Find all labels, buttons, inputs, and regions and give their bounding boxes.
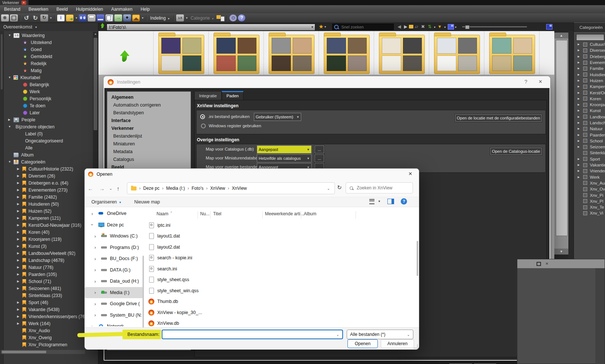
category-checkbox[interactable] bbox=[583, 127, 587, 131]
expander-icon[interactable]: ▶ bbox=[578, 103, 581, 106]
dialog-close-icon[interactable]: × bbox=[409, 170, 412, 178]
sidebar-item[interactable]: ★ Ongecategoriseerd bbox=[4, 137, 93, 144]
expander-icon[interactable]: ▶ bbox=[17, 216, 22, 220]
expander-icon[interactable]: ▼ bbox=[8, 76, 13, 79]
sidebar-item[interactable]: ★ Album bbox=[4, 151, 93, 158]
expander-icon[interactable]: ▶ bbox=[17, 223, 22, 227]
category-row[interactable]: ▶ Koren bbox=[574, 96, 605, 102]
view-grid-icon[interactable] bbox=[448, 24, 454, 30]
convert-icon[interactable] bbox=[105, 14, 113, 21]
expander-icon[interactable]: ▶ bbox=[578, 176, 581, 179]
menu-item[interactable]: Beeld bbox=[52, 5, 72, 13]
settings-gear-icon[interactable]: ⚙ bbox=[229, 14, 237, 21]
refresh-icon[interactable]: ↻ bbox=[40, 14, 48, 21]
category-row[interactable]: ▶ Cultuur/Historie bbox=[574, 41, 605, 47]
expander-icon[interactable]: ▶ bbox=[17, 280, 22, 283]
sidebar-item[interactable]: ▶ ★ Landschap (4678) bbox=[4, 257, 93, 264]
scrollbar-thumb[interactable] bbox=[556, 40, 568, 236]
sidebar-item[interactable]: ★ Alle bbox=[4, 144, 93, 151]
sidebar-item[interactable]: ▶ ★ Kroonjaren (119) bbox=[4, 236, 93, 243]
folder-thumbnail[interactable] bbox=[214, 35, 259, 74]
category-row[interactable]: ▶ Kamperen bbox=[574, 84, 605, 90]
category-row[interactable]: ▶ Kerst/Oud-Nieuwjaar bbox=[574, 90, 605, 95]
tree-row[interactable]: Windows (C:) bbox=[85, 230, 145, 242]
menu-item[interactable]: Bewerken bbox=[24, 5, 52, 13]
category-row[interactable]: ▶ School bbox=[574, 138, 605, 144]
go-up-icon[interactable] bbox=[100, 23, 105, 28]
thumbnail-cell[interactable] bbox=[264, 31, 319, 75]
expander-icon[interactable]: ▶ bbox=[17, 174, 22, 178]
file-row[interactable]: Thumb.db bbox=[145, 296, 417, 307]
sidebar-item[interactable]: ▼ ★ Bijzondere objecten bbox=[4, 123, 93, 130]
sidebar-item[interactable]: ▶ ★ Vakantie (5438) bbox=[4, 306, 93, 313]
capture-icon[interactable] bbox=[123, 14, 131, 21]
history-chevron-icon[interactable]: ⌄ bbox=[108, 186, 114, 191]
chevron-icon[interactable] bbox=[91, 211, 96, 216]
settings-nav-item[interactable]: Bestandenlijst bbox=[107, 132, 191, 140]
categories-panel-title[interactable]: Categorieën bbox=[574, 23, 605, 32]
sidebar-item[interactable]: ★ Werk bbox=[4, 88, 93, 95]
expander-icon[interactable]: ▶ bbox=[17, 322, 22, 325]
chevron-icon[interactable] bbox=[94, 312, 99, 318]
folder-thumbnail[interactable] bbox=[269, 35, 315, 74]
tree-row[interactable]: System_BU (N: bbox=[85, 310, 145, 321]
search-binoculars-icon[interactable] bbox=[79, 14, 87, 21]
preview-pane-icon[interactable] bbox=[387, 199, 394, 204]
view-mode-menu[interactable]: ▼ bbox=[369, 199, 381, 204]
address-bar[interactable]: I:\Foto's\ ▼ bbox=[107, 24, 315, 31]
sidebar-item[interactable]: ★ Sinterklaas (233) bbox=[4, 292, 93, 299]
breadcrumb-item[interactable]: ›Media (I:) bbox=[159, 186, 185, 191]
file-row[interactable]: search - kopie.ini bbox=[145, 253, 417, 264]
settings-nav-item[interactable]: Automatisch corrigeren bbox=[107, 101, 191, 109]
expander-icon[interactable]: ▶ bbox=[578, 115, 581, 118]
file-row[interactable]: XnView - kopie_30_... bbox=[145, 307, 417, 318]
category-row[interactable]: ▶ Driebergen e.o. bbox=[574, 54, 605, 60]
open-button[interactable]: Openen bbox=[347, 339, 378, 348]
category-checkbox[interactable] bbox=[583, 163, 587, 167]
sidebar-item[interactable]: ▶ ★ Landbouw/Veeteelt (92) bbox=[4, 250, 93, 257]
folder-thumbnail[interactable] bbox=[379, 35, 425, 74]
category-checkbox[interactable] bbox=[583, 61, 587, 65]
category-checkbox[interactable] bbox=[583, 97, 587, 101]
filename-input[interactable] bbox=[162, 331, 336, 337]
expander-icon[interactable]: ▶ bbox=[17, 273, 22, 276]
expander-icon[interactable]: ▶ bbox=[578, 61, 581, 64]
sidebar-item[interactable]: ★ Later bbox=[4, 109, 93, 116]
slideshow-icon[interactable] bbox=[97, 14, 104, 21]
category-checkbox[interactable] bbox=[583, 91, 587, 95]
help-icon[interactable]: ? bbox=[238, 14, 245, 21]
expander-icon[interactable]: ▶ bbox=[578, 164, 581, 166]
tab-close-icon[interactable]: × bbox=[21, 1, 26, 5]
tree-row[interactable]: Deze pc bbox=[85, 219, 145, 231]
category-checkbox[interactable] bbox=[583, 109, 587, 113]
col-artiest[interactable]: Meewerkende arti... bbox=[265, 211, 304, 216]
col-album[interactable]: Album bbox=[304, 211, 316, 216]
forward-icon[interactable]: ▶ bbox=[403, 23, 409, 31]
expander-icon[interactable]: ▶ bbox=[578, 67, 581, 70]
expander-icon[interactable]: ▼ bbox=[8, 125, 13, 128]
quick-search-box[interactable] bbox=[332, 24, 394, 30]
category-checkbox[interactable] bbox=[583, 151, 587, 155]
category-checkbox[interactable] bbox=[583, 181, 587, 185]
col-titel[interactable]: Titel bbox=[213, 211, 221, 216]
breadcrumb-item[interactable]: ›XnView bbox=[204, 186, 225, 191]
menu-item[interactable]: Bestand bbox=[0, 5, 24, 13]
categories-filter-box[interactable] bbox=[576, 34, 604, 41]
path-setting-combo[interactable]: Hetzelfde als catalogus▼ bbox=[257, 154, 312, 162]
expander-icon[interactable]: ▼ bbox=[8, 34, 13, 37]
category-row[interactable]: ▶ Werk bbox=[574, 174, 605, 180]
category-row[interactable]: ▶ Diversen bbox=[574, 47, 605, 53]
breadcrumb-item[interactable]: ›Foto's bbox=[185, 186, 204, 191]
category-checkbox[interactable] bbox=[583, 115, 587, 119]
expander-icon[interactable]: ▶ bbox=[578, 55, 581, 58]
delete-icon[interactable]: ✖ bbox=[420, 23, 426, 31]
tree-row[interactable]: OneDrive bbox=[85, 208, 145, 219]
tab-verkenner[interactable]: Verkenner × bbox=[0, 0, 28, 5]
sidebar-item[interactable]: ▶ ★ Huisdieren (50) bbox=[4, 200, 93, 208]
expander-icon[interactable]: ▶ bbox=[17, 315, 22, 318]
expander-icon[interactable]: ▶ bbox=[578, 79, 581, 82]
expander-icon[interactable]: ▶ bbox=[17, 195, 22, 199]
quick-search-input[interactable] bbox=[340, 24, 386, 30]
open-dialog-titlebar[interactable]: Openen bbox=[85, 169, 419, 180]
resize-grip[interactable] bbox=[414, 345, 418, 348]
